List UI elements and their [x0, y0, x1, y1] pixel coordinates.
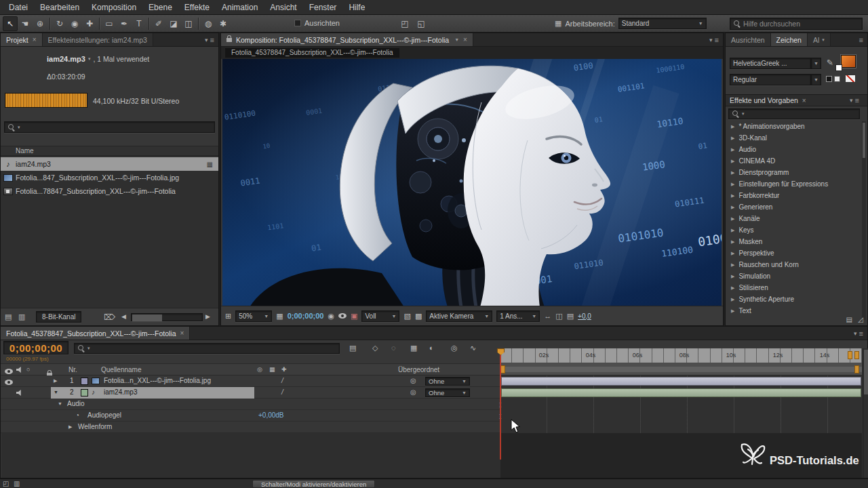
new-folder-icon[interactable]: ▥ [18, 312, 25, 321]
triangle-right-icon[interactable]: ▶ [731, 274, 734, 279]
effects-panel-header[interactable]: Effekte und Vorgaben × ▾ ≡ [726, 94, 867, 106]
work-area-end-marker[interactable] [848, 351, 852, 359]
project-item-footage[interactable]: Fotolia...847_Subscription_XXL---©-jim--… [1, 171, 218, 184]
close-icon[interactable]: × [463, 36, 467, 43]
rotate-tool-icon[interactable]: ↻ [52, 16, 67, 31]
font-style-dropdown[interactable]: Regular [730, 74, 811, 85]
font-style-arrow[interactable]: ▼ [811, 74, 821, 85]
expand-arrow-icon[interactable]: ▶ [54, 378, 57, 384]
effects-scrollbar[interactable] [862, 121, 866, 320]
hand-tool-icon[interactable]: ☚ [18, 16, 33, 31]
camera-tool-icon[interactable]: ◉ [67, 16, 82, 31]
triangle-right-icon[interactable]: ▶ [731, 239, 734, 245]
parent-dropdown[interactable]: Ohne ▼ [425, 388, 470, 397]
shy-layers-icon[interactable]: ◌ [391, 344, 396, 352]
toggle-viewer-icon[interactable]: ▥ [14, 480, 20, 487]
panel-menu[interactable]: ▾ ≡ [846, 96, 863, 104]
interpret-footage-icon[interactable]: ▤ [5, 312, 12, 321]
label-color-chip[interactable] [81, 378, 88, 385]
work-area-bar[interactable] [500, 363, 862, 375]
region-of-interest-icon[interactable]: ▧ [403, 312, 410, 321]
no-color-swatch[interactable] [845, 75, 856, 83]
triangle-right-icon[interactable]: ▶ [731, 159, 734, 164]
eye-icon[interactable] [5, 369, 13, 374]
clone-stamp-tool-icon[interactable]: ◪ [166, 16, 181, 31]
audio-level-row[interactable]: ◔ Audiopegel +0,00dB [1, 410, 500, 422]
effects-category-row[interactable]: ▶3D-Kanal [726, 134, 767, 142]
triangle-right-icon[interactable]: ▶ [731, 308, 734, 314]
menu-item-bearbeiten[interactable]: Bearbeiten [34, 0, 85, 15]
pick-whip-icon[interactable]: ◎ [410, 388, 416, 396]
font-family-arrow[interactable]: ▼ [811, 58, 821, 69]
triangle-right-icon[interactable]: ▶ [731, 193, 734, 199]
tab-projekt[interactable]: Projekt × [1, 33, 43, 46]
font-family-dropdown[interactable]: HelveticaGreek ... [730, 58, 811, 69]
tab-effekteinstellungen[interactable]: Effekteinstellungen: iam24.mp3 [43, 33, 153, 46]
triangle-right-icon[interactable]: ▶ [731, 228, 734, 233]
panel-grid-icon[interactable]: ▤ [846, 316, 852, 323]
audio-level-label[interactable]: Audiopegel [87, 411, 121, 419]
triangle-right-icon[interactable]: ▶ [731, 182, 734, 187]
pan-behind-tool-icon[interactable]: ✚ [82, 16, 97, 31]
menu-item-animation[interactable]: Animation [216, 0, 264, 15]
trash-icon[interactable]: ⌦ [104, 312, 115, 322]
pick-whip-icon[interactable]: ◎ [410, 377, 416, 384]
menu-item-datei[interactable]: Datei [3, 0, 34, 15]
puppet-pin-tool-icon[interactable]: ✱ [216, 16, 231, 31]
grid-guides-icon[interactable]: ▦ [276, 312, 283, 321]
time-ruler[interactable]: 02s 04s 06s 08s 10s 12s 14s [500, 348, 862, 363]
fill-color-swatch[interactable] [841, 55, 856, 68]
effects-category-row[interactable]: ▶Text [726, 307, 751, 314]
audio-group-label[interactable]: Audio [67, 400, 85, 407]
viewer-label-tab[interactable]: Fotolia_45378847_Subscription_XXL---©-ji… [225, 48, 399, 58]
resolution-dropdown[interactable]: Voll ▼ [361, 310, 399, 322]
current-time-display[interactable]: 0;00;00;00 [3, 341, 68, 354]
audio-level-value[interactable]: +0,00dB [258, 411, 284, 419]
triangle-right-icon[interactable]: ▶ [731, 124, 734, 129]
quality-icon[interactable]: / [281, 377, 283, 384]
menu-item-effekte[interactable]: Effekte [178, 0, 216, 15]
close-icon[interactable]: × [180, 329, 184, 337]
solo-icon[interactable]: ○ [26, 366, 30, 373]
project-item-audio[interactable]: ♪ iam24.mp3 ▦ [1, 157, 218, 171]
menu-item-ebene[interactable]: Ebene [142, 0, 178, 15]
zoom-tool-icon[interactable]: ⊕ [33, 16, 47, 31]
effects-category-row[interactable]: ▶Perspektive [726, 249, 774, 257]
fit-view-icon[interactable]: ⊞ [225, 312, 231, 321]
effects-category-row[interactable]: ▶Masken [726, 238, 762, 245]
menu-item-ansicht[interactable]: Ansicht [264, 0, 302, 15]
stopwatch-icon[interactable]: ◔ [75, 411, 79, 419]
collapse-arrow-icon[interactable]: ▼ [58, 401, 62, 406]
bit-depth-button[interactable]: 8-Bit-Kanal [36, 311, 81, 323]
composition-viewer[interactable]: 0110100 10 0011 1101 100101 0001 111010 … [222, 59, 722, 307]
scroll-right-icon[interactable]: ▶ [205, 313, 210, 320]
triangle-right-icon[interactable]: ▶ [731, 251, 734, 256]
work-area-end-marker[interactable] [854, 351, 859, 359]
flowchart-icon[interactable]: ▤ [567, 312, 574, 321]
help-search-input[interactable] [743, 20, 859, 28]
layer-row-2[interactable]: ▼ 2 ♪ iam24.mp3 / ◎ Ohne ▼ [1, 387, 500, 399]
effects-category-row[interactable]: ▶CINEMA 4D [726, 157, 775, 165]
speaker-icon[interactable] [16, 367, 22, 373]
effects-category-row[interactable]: ▶Synthetic Aperture [726, 296, 794, 303]
resize-grip-icon[interactable]: ◿ [858, 316, 863, 323]
help-search-box[interactable] [730, 18, 863, 30]
timeline-button-icon[interactable]: ◫ [555, 312, 562, 321]
eraser-tool-icon[interactable]: ◫ [181, 16, 196, 31]
toggle-panes-icon[interactable]: ◰ [3, 480, 9, 487]
triangle-right-icon[interactable]: ▶ [731, 205, 734, 210]
chevron-down-icon[interactable]: ▾ [88, 56, 91, 62]
triangle-right-icon[interactable]: ▶ [731, 285, 734, 291]
effects-category-row[interactable]: ▶Kanäle [726, 215, 760, 222]
layer-2-duration-bar[interactable] [501, 388, 861, 397]
tab-timeline[interactable]: Fotolia_45378847_Subscription_XXL---©-ji… [1, 327, 190, 340]
switches-modes-button[interactable]: Schalter/Modi aktivieren/deaktivieren [252, 480, 375, 488]
pen-tool-icon[interactable]: ✒ [117, 16, 132, 31]
waveform-label[interactable]: Wellenform [78, 423, 112, 430]
triangle-right-icon[interactable]: ▶ [731, 147, 734, 152]
view-layout-dropdown[interactable]: 1 Ans... ▼ [496, 310, 540, 322]
tab-komposition[interactable]: Komposition: Fotolia_45378847_Subscripti… [221, 33, 473, 46]
effects-category-row[interactable]: ▶Rauschen und Korn [726, 261, 799, 268]
effects-category-row[interactable]: ▶Keys [726, 226, 754, 234]
auto-keyframe-icon[interactable]: ◎ [451, 344, 458, 352]
